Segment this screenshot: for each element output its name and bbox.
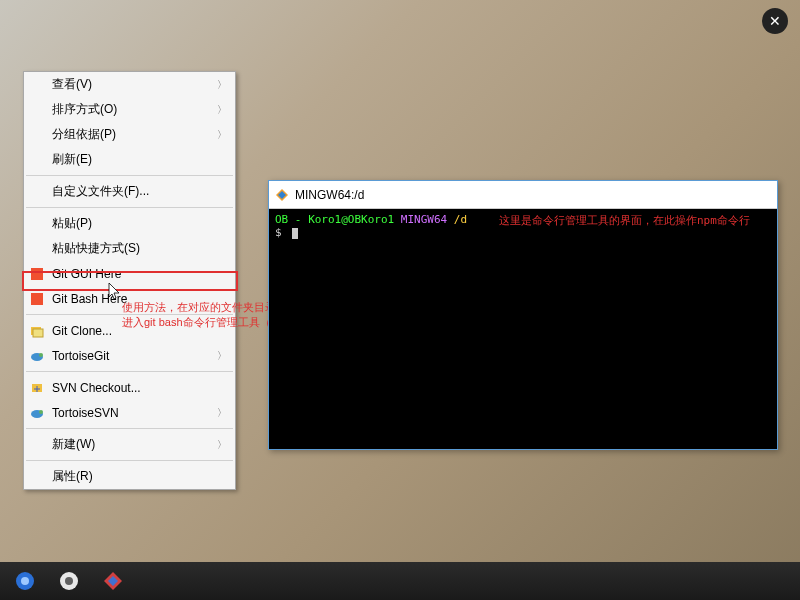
menu-item-label: 粘贴快捷方式(S) — [52, 240, 140, 257]
menu-separator — [26, 207, 233, 208]
menu-item-p[interactable]: 分组依据(P)〉 — [24, 122, 235, 147]
git-clone-icon — [29, 323, 45, 339]
context-menu: 查看(V)〉排序方式(O)〉分组依据(P)〉刷新(E)自定义文件夹(F)...粘… — [23, 71, 236, 490]
start-icon[interactable] — [14, 570, 36, 592]
menu-item-label: Git Clone... — [52, 324, 112, 338]
chevron-right-icon: 〉 — [217, 438, 227, 452]
menu-item-s[interactable]: 粘贴快捷方式(S) — [24, 236, 235, 261]
menu-item-label: 分组依据(P) — [52, 126, 116, 143]
menu-item-label: 新建(W) — [52, 436, 95, 453]
menu-item-r[interactable]: 属性(R) — [24, 464, 235, 489]
terminal-title-text: MINGW64:/d — [295, 188, 364, 202]
menu-item-label: 自定义文件夹(F)... — [52, 183, 149, 200]
chevron-right-icon: 〉 — [217, 349, 227, 363]
terminal-body[interactable]: OB - Koro1@OBKoro1 MINGW64 /d $ 这里是命令行管理… — [269, 209, 777, 449]
menu-separator — [26, 460, 233, 461]
git-gui-icon — [29, 266, 45, 282]
svg-rect-4 — [33, 329, 43, 337]
terminal-cursor — [292, 228, 298, 239]
menu-item-label: 属性(R) — [52, 468, 93, 485]
prompt-env: MINGW64 — [401, 213, 447, 226]
menu-item-w[interactable]: 新建(W)〉 — [24, 432, 235, 457]
menu-item-label: TortoiseSVN — [52, 406, 119, 420]
close-icon[interactable]: ✕ — [762, 8, 788, 34]
prompt-host: Koro1@OBKoro1 — [308, 213, 394, 226]
menu-item-label: 刷新(E) — [52, 151, 92, 168]
svg-point-9 — [39, 410, 43, 414]
menu-item-label: Git GUI Here — [52, 267, 121, 281]
menu-item-label: 排序方式(O) — [52, 101, 117, 118]
prompt-user: OB — [275, 213, 288, 226]
chevron-right-icon: 〉 — [217, 78, 227, 92]
terminal-prompt-line: OB - Koro1@OBKoro1 MINGW64 /d — [275, 213, 771, 226]
prompt-symbol: $ — [275, 226, 282, 239]
taskbar — [0, 562, 800, 600]
prompt-path: /d — [454, 213, 467, 226]
menu-item-f[interactable]: 自定义文件夹(F)... — [24, 179, 235, 204]
browser-icon[interactable] — [58, 570, 80, 592]
menu-item-tortoisesvn[interactable]: TortoiseSVN〉 — [24, 400, 235, 425]
menu-item-label: Git Bash Here — [52, 292, 127, 306]
menu-item-gitclone[interactable]: Git Clone... — [24, 318, 235, 343]
mingw-logo-icon — [275, 188, 289, 202]
svg-point-6 — [39, 353, 43, 357]
desktop-screenshot: ✕ 查看(V)〉排序方式(O)〉分组依据(P)〉刷新(E)自定义文件夹(F)..… — [0, 0, 800, 600]
menu-item-label: 查看(V) — [52, 76, 92, 93]
terminal-input-line[interactable]: $ — [275, 226, 771, 239]
tortoise-git-icon — [29, 348, 45, 364]
svg-point-15 — [65, 577, 73, 585]
menu-item-label: SVN Checkout... — [52, 381, 141, 395]
menu-separator — [26, 175, 233, 176]
menu-item-e[interactable]: 刷新(E) — [24, 147, 235, 172]
svg-rect-1: > — [31, 293, 43, 305]
terminal-window[interactable]: MINGW64:/d OB - Koro1@OBKoro1 MINGW64 /d… — [268, 180, 778, 450]
tortoise-svn-icon — [29, 405, 45, 421]
menu-item-tortoisegit[interactable]: TortoiseGit〉 — [24, 343, 235, 368]
svg-point-13 — [21, 577, 29, 585]
menu-item-label: TortoiseGit — [52, 349, 109, 363]
menu-separator — [26, 371, 233, 372]
git-bash-icon: > — [29, 291, 45, 307]
menu-item-o[interactable]: 排序方式(O)〉 — [24, 97, 235, 122]
menu-item-v[interactable]: 查看(V)〉 — [24, 72, 235, 97]
svg-rect-0 — [31, 268, 43, 280]
chevron-right-icon: 〉 — [217, 406, 227, 420]
menu-item-label: 粘贴(P) — [52, 215, 92, 232]
menu-item-p[interactable]: 粘贴(P) — [24, 211, 235, 236]
prompt-sep: - — [288, 213, 308, 226]
chevron-right-icon: 〉 — [217, 103, 227, 117]
menu-separator — [26, 314, 233, 315]
tool-icon[interactable] — [102, 570, 124, 592]
menu-item-svncheckout[interactable]: SVN Checkout... — [24, 375, 235, 400]
chevron-right-icon: 〉 — [217, 128, 227, 142]
menu-item-gitguihere[interactable]: Git GUI Here — [24, 261, 235, 286]
terminal-titlebar[interactable]: MINGW64:/d — [269, 181, 777, 209]
svn-checkout-icon — [29, 380, 45, 396]
menu-separator — [26, 428, 233, 429]
menu-item-gitbashhere[interactable]: >Git Bash Here — [24, 286, 235, 311]
